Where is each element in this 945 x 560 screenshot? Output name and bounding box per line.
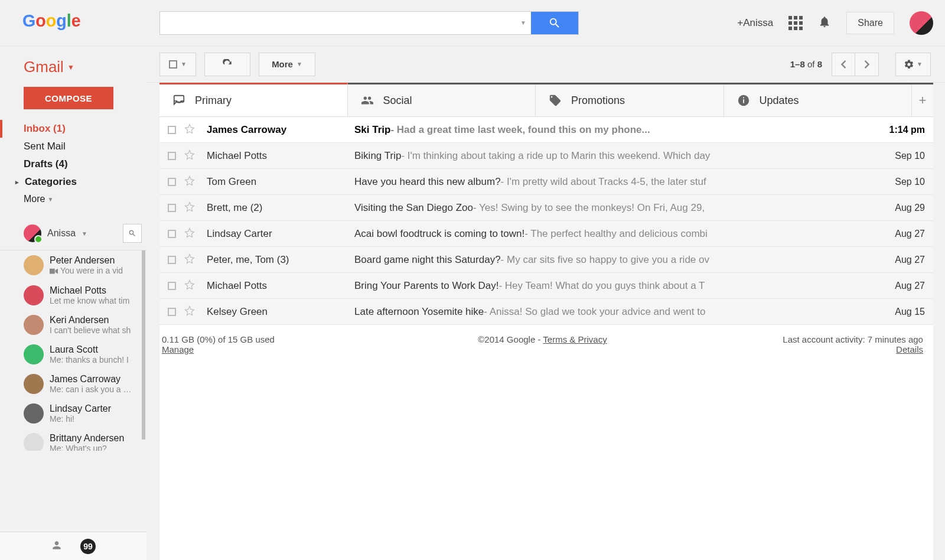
chat-item[interactable]: James CarrowayMe: can i ask you a qu [0, 369, 146, 399]
mail-checkbox[interactable] [168, 126, 176, 134]
chat-footer: 99 [0, 532, 146, 560]
nav-more[interactable]: More▼ [24, 191, 146, 207]
search-options-dropdown[interactable]: ▼ [516, 12, 531, 34]
nav-drafts[interactable]: Drafts (4) [24, 155, 146, 173]
chat-avatar [24, 403, 44, 424]
next-page-button[interactable] [855, 53, 879, 76]
mail-subject-wrap: Have you heard this new album?I'm pretty… [354, 176, 878, 188]
apps-icon[interactable] [788, 16, 803, 30]
profile-avatar[interactable] [910, 11, 933, 35]
tag-icon [549, 94, 562, 107]
google-logo[interactable]: Google [22, 8, 112, 38]
chat-preview: Me: thanks a bunch! I [50, 355, 129, 364]
mail-date: Aug 27 [878, 281, 925, 291]
select-all-toggle[interactable]: ▼ [159, 53, 196, 76]
mail-checkbox[interactable] [168, 282, 176, 290]
mail-star[interactable] [184, 305, 207, 318]
refresh-button[interactable] [204, 53, 250, 76]
footer-info: 0.11 GB (0%) of 15 GB used Manage ©2014 … [159, 325, 933, 354]
tab-add-button[interactable]: + [912, 84, 933, 116]
activity-text: Last account activity: 7 minutes ago [669, 334, 923, 344]
mail-row[interactable]: Peter, me, Tom (3)Board game night this … [159, 247, 933, 273]
search-input[interactable] [160, 12, 516, 34]
manage-storage-link[interactable]: Manage [162, 344, 194, 354]
mail-row[interactable]: James CarrowaySki TripHad a great time l… [159, 117, 933, 143]
notifications-icon[interactable] [818, 15, 831, 30]
gmail-product-menu[interactable]: Gmail▼ [0, 58, 146, 76]
chat-preview: Me: can i ask you a qu [50, 385, 132, 394]
mail-row[interactable]: Brett, me (2)Visiting the San Diego ZooY… [159, 195, 933, 221]
mail-star[interactable] [184, 227, 207, 240]
chat-item[interactable]: Keri AndersenI can't believe what sh [0, 310, 146, 340]
chat-name: Michael Potts [50, 285, 129, 296]
mail-subject-wrap: Acai bowl foodtruck is coming to town!Th… [354, 228, 878, 240]
search-button[interactable] [531, 12, 578, 34]
activity-details-link[interactable]: Details [896, 344, 923, 354]
mail-star[interactable] [184, 175, 207, 188]
more-button[interactable]: More▼ [259, 53, 315, 76]
mail-row[interactable]: Michael PottsBiking TripI'm thinking abo… [159, 143, 933, 169]
mail-subject-wrap: Late afternoon Yosemite hikeAnissa! So g… [354, 306, 878, 318]
mail-subject-wrap: Visiting the San Diego ZooYes! Swing by … [354, 202, 878, 214]
contacts-tab-icon[interactable] [51, 539, 63, 553]
prev-page-button[interactable] [832, 53, 855, 76]
mail-sender: Michael Potts [207, 280, 354, 292]
mail-date: Aug 15 [878, 307, 925, 317]
chat-item[interactable]: Lindsay CarterMe: hi! [0, 399, 146, 428]
terms-privacy-link[interactable]: Terms & Privacy [543, 334, 607, 344]
mail-row[interactable]: Kelsey GreenLate afternoon Yosemite hike… [159, 299, 933, 325]
mail-sender: Kelsey Green [207, 306, 354, 318]
refresh-icon [222, 59, 233, 70]
mail-checkbox[interactable] [168, 230, 176, 238]
nav-inbox[interactable]: Inbox (1) [0, 120, 146, 138]
mail-star[interactable] [184, 149, 207, 162]
plus-user-link[interactable]: +Anissa [737, 17, 773, 29]
mail-row[interactable]: Michael PottsBring Your Parents to Work … [159, 273, 933, 299]
mail-checkbox[interactable] [168, 152, 176, 160]
mail-row[interactable]: Tom GreenHave you heard this new album?I… [159, 169, 933, 195]
search-box: ▼ [159, 11, 579, 35]
share-button[interactable]: Share [846, 12, 894, 34]
folder-nav: Inbox (1) Sent Mail Drafts (4) Categorie… [0, 120, 146, 207]
mail-checkbox[interactable] [168, 256, 176, 264]
chat-avatar [24, 374, 44, 394]
chat-user-avatar[interactable] [24, 224, 41, 242]
chat-search-button[interactable] [123, 224, 142, 243]
mail-star[interactable] [184, 279, 207, 292]
header-right: +Anissa Share [737, 11, 933, 35]
chat-avatar [24, 433, 44, 451]
nav-sent[interactable]: Sent Mail [24, 138, 146, 155]
chat-name: Peter Andersen [50, 255, 123, 266]
chat-item[interactable]: Michael PottsLet me know what tim [0, 281, 146, 310]
chat-item[interactable]: Peter AndersenYou were in a vid [0, 250, 146, 281]
main-content: Primary Social Promotions Updates + Jame… [159, 83, 933, 560]
chat-list[interactable]: Peter AndersenYou were in a vidMichael P… [0, 250, 146, 451]
mail-star[interactable] [184, 253, 207, 266]
mail-star[interactable] [184, 123, 207, 136]
mail-star[interactable] [184, 201, 207, 214]
settings-button[interactable]: ▼ [895, 53, 931, 76]
tab-primary[interactable]: Primary [159, 83, 348, 116]
mail-row[interactable]: Lindsay CarterAcai bowl foodtruck is com… [159, 221, 933, 247]
mail-date: Aug 29 [878, 203, 925, 213]
tab-promotions[interactable]: Promotions [536, 84, 724, 116]
chat-name: Laura Scott [50, 344, 129, 355]
chat-item[interactable]: Laura ScottMe: thanks a bunch! I [0, 340, 146, 369]
tab-social[interactable]: Social [348, 84, 536, 116]
chat-item[interactable]: Brittany AndersenMe: What's up? [0, 428, 146, 451]
hangouts-tab-icon[interactable]: 99 [80, 539, 96, 554]
svg-text:Google: Google [22, 11, 81, 30]
compose-button[interactable]: COMPOSE [24, 87, 113, 109]
tab-updates[interactable]: Updates [724, 84, 913, 116]
mail-checkbox[interactable] [168, 308, 176, 316]
chat-user-name[interactable]: Anissa [47, 228, 76, 239]
chevron-right-icon [864, 60, 870, 69]
header: Google ▼ +Anissa Share [0, 0, 945, 46]
chat-user-menu-caret[interactable]: ▼ [82, 230, 87, 237]
nav-categories[interactable]: Categories [24, 173, 146, 191]
search-icon [548, 17, 561, 30]
mail-checkbox[interactable] [168, 178, 176, 186]
mail-checkbox[interactable] [168, 204, 176, 212]
mail-subject-wrap: Ski TripHad a great time last week, foun… [354, 124, 878, 136]
chat-preview: You were in a vid [50, 266, 123, 276]
